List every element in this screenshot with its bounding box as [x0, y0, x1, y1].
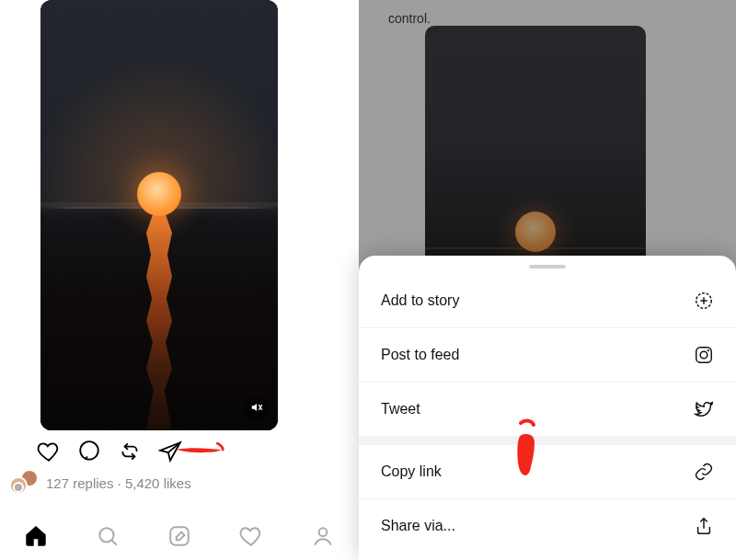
left-screen: 127 replies · 5,420 likes	[0, 0, 359, 560]
mute-toggle[interactable]	[245, 397, 269, 421]
menu-label: Tweet	[381, 401, 420, 417]
annotation-arrow-left	[175, 439, 228, 459]
link-icon	[694, 462, 714, 482]
repost-button[interactable]	[118, 440, 142, 463]
svg-point-6	[319, 528, 328, 536]
share-icon	[694, 516, 714, 536]
share-sheet: Add to story Post to feed Tweet Copy lin…	[359, 256, 736, 560]
add-story-icon	[694, 291, 714, 311]
twitter-icon	[694, 399, 714, 419]
like-button[interactable]	[37, 440, 61, 463]
share-post-to-feed[interactable]: Post to feed	[359, 328, 736, 383]
muted-icon	[250, 401, 263, 417]
instagram-icon	[694, 345, 714, 365]
svg-point-3	[99, 528, 113, 542]
right-screen: control. Add to story Post to feed Twe	[359, 0, 736, 560]
compose-tab[interactable]	[167, 524, 191, 548]
post-video[interactable]	[40, 0, 278, 430]
svg-point-11	[700, 351, 707, 359]
post-action-row	[37, 440, 182, 463]
bottom-nav	[0, 512, 359, 560]
svg-rect-5	[170, 527, 189, 545]
svg-rect-10	[696, 348, 712, 363]
menu-label: Add to story	[381, 292, 459, 309]
svg-line-4	[111, 540, 116, 544]
share-via[interactable]: Share via...	[359, 499, 736, 553]
post-stats-row[interactable]: 127 replies · 5,420 likes	[9, 469, 191, 497]
home-tab[interactable]	[24, 524, 48, 548]
svg-point-2	[80, 441, 98, 460]
sheet-grabber[interactable]	[529, 265, 566, 269]
profile-tab[interactable]	[311, 524, 335, 548]
menu-label: Share via...	[381, 518, 455, 534]
post-stats-text: 127 replies · 5,420 likes	[46, 475, 191, 491]
activity-tab[interactable]	[239, 524, 263, 548]
menu-label: Copy link	[381, 463, 442, 480]
menu-label: Post to feed	[381, 347, 459, 363]
share-copy-link[interactable]: Copy link	[359, 445, 736, 499]
repliers-avatars	[9, 469, 39, 497]
search-tab[interactable]	[96, 524, 120, 548]
svg-point-12	[707, 349, 709, 351]
share-add-to-story[interactable]: Add to story	[359, 274, 736, 328]
comment-button[interactable]	[77, 440, 101, 463]
share-tweet[interactable]: Tweet	[359, 383, 736, 436]
share-button[interactable]	[158, 440, 182, 463]
